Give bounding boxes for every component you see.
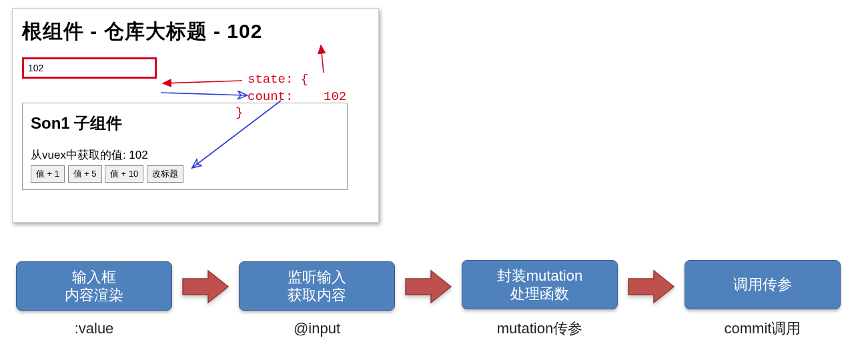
- flow-box-1: 输入框内容渲染: [16, 261, 172, 311]
- flow-arrow-1: [181, 269, 230, 304]
- flow-step-3: 封装mutation处理函数 mutation传参: [462, 260, 618, 339]
- flow-step-1: 输入框内容渲染 :value: [16, 261, 172, 337]
- flow-row: 输入框内容渲染 :value 监听输入获取内容 @input 封装mutatio…: [16, 260, 857, 339]
- son-text: 从vuex中获取的值: 102: [31, 147, 339, 163]
- btn-plus-10[interactable]: 值 + 10: [105, 165, 143, 183]
- state-annotation: state: { count: 102 }: [248, 71, 346, 105]
- btn-change-title[interactable]: 改标题: [147, 165, 183, 183]
- flow-caption-1: :value: [75, 320, 114, 337]
- code-example-card: 根组件 - 仓库大标题 - 102 state: { count: 102 } …: [12, 8, 379, 223]
- flow-arrow-3: [627, 269, 675, 304]
- button-row: 值 + 1 值 + 5 值 + 10 改标题: [31, 165, 339, 183]
- count-value: 102: [324, 89, 346, 104]
- brace-close: }: [236, 105, 243, 122]
- flow-caption-2: @input: [294, 320, 340, 337]
- flow-caption-4: commit调用: [725, 319, 801, 339]
- btn-plus-5[interactable]: 值 + 5: [68, 165, 102, 183]
- main-title: 根组件 - 仓库大标题 - 102: [22, 18, 369, 45]
- state-line: state: {: [248, 71, 346, 89]
- count-label: count:: [248, 89, 293, 104]
- count-line: count: 102: [248, 89, 346, 106]
- flow-step-2: 监听输入获取内容 @input: [239, 261, 395, 337]
- son-component-box: Son1 子组件 从vuex中获取的值: 102 值 + 1 值 + 5 值 +…: [22, 103, 348, 190]
- flow-box-3: 封装mutation处理函数: [462, 260, 618, 309]
- son-title: Son1 子组件: [31, 113, 339, 134]
- flow-box-4: 调用传参: [685, 260, 841, 309]
- flow-arrow-2: [404, 269, 452, 304]
- flow-caption-3: mutation传参: [497, 319, 582, 339]
- flow-box-2: 监听输入获取内容: [239, 261, 395, 311]
- flow-step-4: 调用传参 commit调用: [685, 260, 841, 339]
- count-input[interactable]: [22, 57, 157, 79]
- btn-plus-1[interactable]: 值 + 1: [31, 165, 65, 183]
